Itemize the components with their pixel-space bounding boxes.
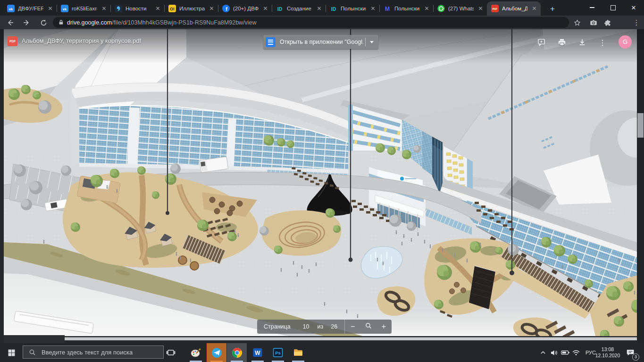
download-icon[interactable] — [577, 37, 587, 48]
tab-pdf-active[interactable]: PDF Альбом_ДВ ✕ — [487, 1, 541, 16]
tab-close-icon[interactable]: ✕ — [423, 5, 430, 12]
pdf-file-icon: PDF — [8, 36, 17, 46]
bookmark-star-icon[interactable] — [571, 17, 583, 28]
tab-close-icon[interactable]: ✕ — [208, 5, 215, 12]
window-maximize-button[interactable] — [602, 0, 623, 15]
pdf-viewer: PDF Альбом_ДВФУ, территория у корпусов.p… — [0, 29, 644, 343]
tab-vk-dvfu[interactable]: vk ДВФУ/FEFU ✕ — [3, 1, 57, 16]
tab-close-icon[interactable]: ✕ — [477, 5, 484, 12]
task-view-icon — [166, 347, 176, 358]
tray-date: 12.10.2020 — [594, 353, 622, 359]
svg-text:W: W — [255, 350, 260, 356]
tab-close-icon[interactable]: ✕ — [316, 5, 323, 12]
svg-text:vk: vk — [63, 7, 67, 11]
wifi-icon[interactable] — [571, 347, 581, 358]
battery-icon[interactable] — [560, 347, 570, 358]
address-bar[interactable]: drive.google.com/file/d/103Mhh4kGSBwjn-P… — [53, 17, 569, 28]
window-close-button[interactable]: ✕ — [623, 0, 644, 15]
tab-separator — [57, 5, 57, 12]
tab-title: (27) WhatsA — [448, 6, 474, 11]
tab-close-icon[interactable]: ✕ — [154, 5, 161, 12]
vk-icon: vk — [7, 5, 15, 12]
tab-close-icon[interactable]: ✕ — [100, 5, 108, 12]
tab-title: roK5liEaxr4.j — [72, 6, 97, 11]
zoom-in-button[interactable]: + — [376, 322, 392, 331]
page-number-field[interactable]: 10 — [303, 323, 309, 330]
tab-indesign-1[interactable]: ID Создание м ✕ — [272, 1, 326, 16]
taskbar-search[interactable] — [23, 346, 164, 359]
zoom-out-button[interactable]: − — [345, 322, 360, 331]
vk-icon: vk — [61, 5, 68, 12]
tab-separator — [326, 5, 326, 12]
window-minimize-button[interactable] — [582, 0, 602, 15]
start-button[interactable] — [0, 343, 23, 362]
taskbar-word[interactable]: W — [248, 343, 268, 362]
tab-vk-image[interactable]: vk roK5liEaxr4.j ✕ — [57, 1, 110, 16]
reload-icon[interactable] — [38, 17, 49, 28]
volume-icon[interactable] — [549, 347, 559, 358]
windows-logo-icon — [8, 349, 16, 357]
viewer-scrollbar[interactable] — [637, 113, 644, 138]
browser-toolbar: drive.google.com/file/d/103Mhh4kGSBwjn-P… — [0, 16, 644, 29]
indesign-icon: ID — [276, 5, 284, 12]
taskbar-clock[interactable]: 13:08 12.10.2020 — [594, 346, 622, 359]
paint-icon — [190, 347, 201, 358]
tab-illustrations[interactable]: O! Иллюстрац ✕ — [164, 1, 218, 16]
taskbar-explorer[interactable] — [288, 343, 308, 362]
taskbar-telegram[interactable] — [207, 343, 226, 362]
tab-facebook[interactable]: f (20+) ДВФУ ✕ — [218, 1, 272, 16]
back-icon[interactable] — [5, 17, 16, 28]
open-with-button[interactable]: Открыть в приложении "Googl... — [263, 35, 378, 49]
svg-text:O!: O! — [170, 7, 175, 11]
taskbar-photoshop[interactable]: Ps — [268, 343, 288, 362]
add-comment-icon[interactable] — [536, 37, 547, 48]
browser-menu-icon[interactable]: ⋮ — [631, 17, 642, 28]
tab-close-icon[interactable]: ✕ — [47, 5, 54, 12]
task-view-button[interactable] — [161, 343, 181, 362]
extensions-puzzle-icon[interactable] — [602, 17, 613, 28]
tab-title: Альбом_ДВ — [502, 6, 527, 11]
tab-news[interactable]: Новости ✕ — [110, 1, 164, 16]
svg-text:ID: ID — [277, 6, 283, 12]
tab-close-icon[interactable]: ✕ — [369, 5, 376, 12]
chevron-down-icon[interactable] — [370, 41, 374, 43]
page-label: Страница — [264, 323, 291, 330]
tab-title: Полынский — [341, 6, 366, 11]
taskbar-paint[interactable] — [186, 343, 206, 362]
url-text: drive.google.com/file/d/103Mhh4kGSBwjn-P… — [67, 19, 257, 26]
viewer-avatar[interactable]: G — [619, 35, 632, 49]
tab-whatsapp[interactable]: (27) WhatsA ✕ — [433, 1, 487, 16]
tab-strip: vk ДВФУ/FEFU ✕ vk roK5liEaxr4.j ✕ Новост… — [0, 0, 644, 16]
zoom-icon[interactable] — [360, 322, 376, 331]
tab-separator — [379, 5, 380, 12]
svg-text:ID: ID — [331, 6, 336, 12]
ok-icon: O! — [168, 5, 176, 12]
tab-title: (20+) ДВФУ — [233, 6, 259, 11]
tab-indesign-2[interactable]: ID Полынский ✕ — [326, 1, 379, 16]
screenshot-extension-icon[interactable] — [588, 17, 599, 28]
windows-taskbar: W Ps РУС 13:08 12.10.2020 — [0, 343, 644, 362]
tab-close-icon[interactable]: ✕ — [262, 5, 269, 12]
forward-icon[interactable] — [21, 17, 32, 28]
google-docs-icon — [266, 37, 276, 47]
tab-title: ДВФУ/FEFU — [18, 6, 43, 11]
new-tab-button[interactable]: + — [546, 3, 559, 15]
page-total: 26 — [331, 323, 337, 330]
tab-separator — [272, 5, 272, 12]
taskbar-chrome[interactable] — [227, 343, 247, 362]
viewer-more-icon[interactable]: ⋮ — [597, 37, 608, 48]
tab-separator — [433, 5, 434, 12]
pdf-icon: PDF — [491, 5, 499, 12]
indesign-icon: ID — [330, 5, 337, 12]
print-icon[interactable] — [557, 37, 567, 48]
url-host: drive.google.com — [67, 19, 112, 26]
news-icon — [115, 5, 122, 12]
tab-close-icon[interactable]: ✕ — [531, 5, 538, 12]
whatsapp-icon — [437, 5, 445, 12]
tab-title: Полынский — [394, 6, 420, 11]
facebook-icon: f — [222, 5, 230, 12]
tab-miro[interactable]: M Полынский ✕ — [379, 1, 433, 16]
search-input[interactable] — [41, 348, 151, 356]
button-divider — [365, 38, 366, 46]
tray-chevron-icon[interactable] — [538, 347, 548, 358]
